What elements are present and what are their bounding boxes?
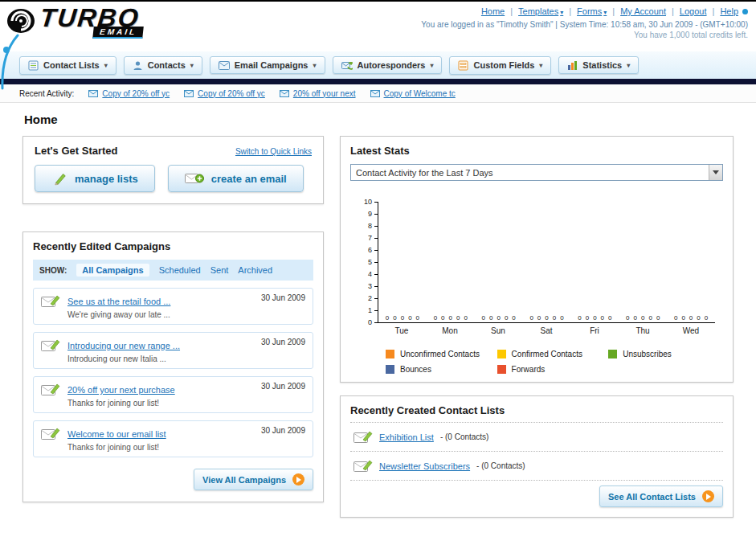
y-axis-label: 2 (368, 294, 372, 302)
campaign-title-link[interactable]: See us at the retail food ... (67, 297, 170, 306)
manage-lists-button[interactable]: manage lists (35, 165, 155, 192)
y-axis-tick (374, 202, 378, 203)
tab-custom-fields[interactable]: Custom Fields ▾ (449, 56, 551, 75)
recent-activity-item[interactable]: Copy of Welcome tc (370, 89, 456, 98)
legend-item: Forwards (497, 365, 609, 374)
legend-label: Unsubscribes (623, 350, 672, 358)
campaign-title-link[interactable]: Introducing our new range ... (67, 341, 180, 350)
latest-stats-panel: Latest Stats Contact Activity for the La… (340, 136, 734, 383)
envelope-pencil-icon (41, 382, 60, 397)
stats-period-select[interactable]: Contact Activity for the Last 7 Days (350, 164, 723, 181)
bar-value-label: 0 (401, 314, 404, 322)
bar-value-label: 0 (674, 314, 677, 322)
dropdown-arrow-icon: ▾ (539, 62, 542, 69)
logo-subtext: EMAIL (92, 27, 144, 39)
header-link-home[interactable]: Home (481, 6, 505, 16)
x-axis-label: Tue (378, 323, 426, 335)
legend-swatch (497, 365, 506, 374)
legend-item: Unconfirmed Contacts (386, 350, 497, 358)
campaign-date: 30 Jun 2009 (261, 293, 305, 302)
get-started-title: Let's Get Started (35, 145, 118, 157)
legend-item: Unsubscribes (608, 350, 720, 358)
bar-value-label: 0 (386, 314, 389, 322)
legend-label: Confirmed Contacts (512, 350, 582, 358)
x-axis-label: Sun (474, 323, 522, 335)
y-axis-tick (374, 262, 378, 263)
bar-value-label: 0 (586, 314, 589, 322)
email-campaigns-icon (219, 61, 230, 70)
campaign-date: 30 Jun 2009 (261, 426, 305, 435)
header-link-my-account[interactable]: My Account (607, 6, 666, 16)
campaign-title-link[interactable]: Welcome to our email list (67, 429, 166, 439)
campaign-row[interactable]: See us at the retail food ... We're givi… (33, 288, 313, 325)
switch-quick-links-link[interactable]: Switch to Quick Links (235, 147, 312, 156)
campaign-subtitle: Thanks for joining our list! (67, 399, 254, 408)
y-axis-label: 9 (368, 210, 372, 218)
tab-email-campaigns[interactable]: Email Campaigns ▾ (210, 56, 325, 74)
contact-list-item[interactable]: Exhibition List - (0 Contacts) (350, 423, 723, 452)
tab-contacts[interactable]: Contacts ▾ (124, 56, 202, 75)
y-axis-tick (374, 250, 378, 251)
legend-swatch (386, 350, 394, 358)
recent-activity-item[interactable]: Copy of 20% off yc (184, 89, 265, 98)
dropdown-arrow-icon: ▾ (313, 62, 316, 69)
campaign-row[interactable]: 20% off your next purchase Thanks for jo… (33, 376, 313, 413)
dropdown-arrow-icon: ▾ (190, 62, 194, 69)
chart-category-group: 00000 (427, 314, 475, 322)
bar-value-label: 0 (545, 314, 548, 322)
bar-value-label: 0 (505, 314, 508, 322)
envelope-icon (280, 90, 289, 97)
header-link-logout[interactable]: Logout (666, 6, 707, 16)
contact-list-item[interactable]: Newsletter Subscribers - (0 Contacts) (350, 452, 723, 481)
recent-activity-label: Recent Activity: (19, 89, 74, 98)
tab-autoresponders[interactable]: Autoresponders ▾ (333, 56, 443, 74)
logo-swirl-icon (5, 3, 39, 37)
bar-value-label: 0 (489, 314, 492, 322)
contacts-icon (133, 60, 143, 71)
campaign-row[interactable]: Introducing our new range ... Introducin… (33, 332, 313, 369)
campaign-date: 30 Jun 2009 (261, 382, 305, 391)
main-nav: Contact Lists ▾ Contacts ▾ Email Campaig… (0, 51, 756, 79)
contact-list-link[interactable]: Exhibition List (379, 432, 434, 442)
bar-value-label: 0 (705, 314, 708, 322)
statistics-icon (567, 60, 578, 70)
legend-item: Confirmed Contacts (497, 350, 609, 358)
see-all-contact-lists-button[interactable]: See All Contact Lists (599, 485, 723, 507)
legend-label: Forwards (512, 365, 546, 374)
arrow-right-icon (702, 490, 714, 502)
dropdown-arrow-icon: ▾ (104, 62, 108, 69)
y-axis-label: 3 (368, 282, 372, 290)
filter-all-campaigns[interactable]: All Campaigns (76, 264, 149, 277)
view-all-campaigns-button[interactable]: View All Campaigns (194, 469, 313, 490)
create-email-button[interactable]: create an email (168, 165, 304, 192)
recent-activity-item[interactable]: 20% off your next (280, 89, 356, 98)
bar-value-label: 0 (553, 314, 556, 322)
campaign-row[interactable]: Welcome to our email list Thanks for joi… (33, 420, 313, 457)
contact-list-link[interactable]: Newsletter Subscribers (379, 461, 470, 471)
bar-value-label: 0 (416, 314, 419, 322)
bar-value-label: 0 (529, 314, 533, 322)
header-link-forms[interactable]: Forms▾ (563, 6, 607, 16)
campaign-title-link[interactable]: 20% off your next purchase (67, 385, 175, 395)
tab-statistics[interactable]: Statistics ▾ (558, 56, 639, 74)
y-axis-label: 0 (368, 318, 372, 326)
bar-value-label: 0 (464, 314, 467, 322)
envelope-plus-icon (185, 171, 204, 186)
filter-sent[interactable]: Sent (210, 265, 229, 275)
campaigns-panel-title: Recently Edited Campaigns (33, 240, 313, 252)
filter-archived[interactable]: Archived (238, 265, 272, 275)
login-info: You are logged in as "Timothy Smith" | S… (421, 20, 748, 29)
tab-contact-lists[interactable]: Contact Lists ▾ (19, 56, 116, 75)
y-axis-tick (374, 238, 378, 239)
legend-swatch (497, 350, 506, 358)
recently-edited-campaigns-panel: Recently Edited Campaigns SHOW: All Camp… (22, 231, 324, 502)
legend-label: Bounces (400, 365, 431, 374)
envelope-pencil-icon (41, 426, 60, 441)
recent-activity-item[interactable]: Copy of 20% off yc (88, 89, 170, 98)
y-axis-tick (374, 310, 378, 311)
header-link-templates[interactable]: Templates▾ (505, 6, 563, 16)
filter-scheduled[interactable]: Scheduled (159, 265, 201, 275)
header-link-help[interactable]: Help (707, 6, 738, 16)
contact-list-count: - (0 Contacts) (440, 432, 489, 441)
bar-value-label: 0 (512, 314, 515, 322)
